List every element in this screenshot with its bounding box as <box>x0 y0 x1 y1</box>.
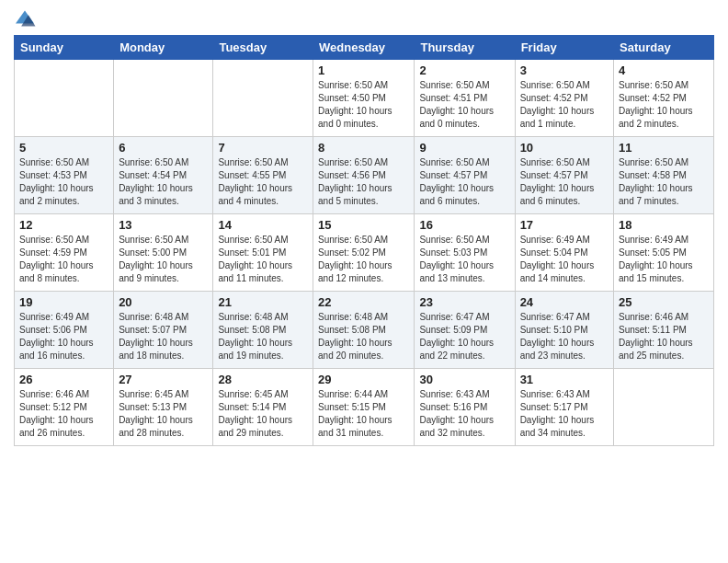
cell-content: 14Sunrise: 6:50 AM Sunset: 5:01 PM Dayli… <box>218 218 308 287</box>
weekday-header-thursday: Thursday <box>415 36 515 60</box>
day-number: 5 <box>19 141 108 155</box>
weekday-header-saturday: Saturday <box>614 36 714 60</box>
calendar-cell: 10Sunrise: 6:50 AM Sunset: 4:57 PM Dayli… <box>515 137 613 214</box>
cell-content: 22Sunrise: 6:48 AM Sunset: 5:08 PM Dayli… <box>318 295 409 364</box>
day-number: 15 <box>318 218 409 232</box>
day-number: 11 <box>619 141 709 155</box>
cell-content: 31Sunrise: 6:43 AM Sunset: 5:17 PM Dayli… <box>520 373 609 442</box>
cell-details: Sunrise: 6:50 AM Sunset: 4:54 PM Dayligh… <box>119 156 208 208</box>
day-number: 8 <box>318 141 409 155</box>
logo-icon <box>14 9 36 28</box>
calendar-cell: 31Sunrise: 6:43 AM Sunset: 5:17 PM Dayli… <box>515 369 613 446</box>
cell-details: Sunrise: 6:50 AM Sunset: 5:03 PM Dayligh… <box>419 234 509 285</box>
calendar-cell: 30Sunrise: 6:43 AM Sunset: 5:16 PM Dayli… <box>415 369 515 446</box>
calendar-cell: 19Sunrise: 6:49 AM Sunset: 5:06 PM Dayli… <box>15 292 114 369</box>
day-number: 3 <box>520 63 609 77</box>
cell-details: Sunrise: 6:43 AM Sunset: 5:16 PM Dayligh… <box>419 388 509 440</box>
cell-content: 11Sunrise: 6:50 AM Sunset: 4:58 PM Dayli… <box>619 141 709 210</box>
calendar-cell: 28Sunrise: 6:45 AM Sunset: 5:14 PM Dayli… <box>213 369 313 446</box>
cell-content: 1Sunrise: 6:50 AM Sunset: 4:50 PM Daylig… <box>318 63 409 132</box>
calendar-week-5: 26Sunrise: 6:46 AM Sunset: 5:12 PM Dayli… <box>15 369 714 446</box>
calendar-cell: 1Sunrise: 6:50 AM Sunset: 4:50 PM Daylig… <box>313 60 415 137</box>
calendar-cell: 22Sunrise: 6:48 AM Sunset: 5:08 PM Dayli… <box>313 292 415 369</box>
day-number: 21 <box>218 295 308 309</box>
cell-content: 23Sunrise: 6:47 AM Sunset: 5:09 PM Dayli… <box>419 295 509 364</box>
day-number: 7 <box>218 141 308 155</box>
calendar-cell: 4Sunrise: 6:50 AM Sunset: 4:52 PM Daylig… <box>614 60 714 137</box>
calendar-cell: 15Sunrise: 6:50 AM Sunset: 5:02 PM Dayli… <box>313 214 415 292</box>
cell-content: 26Sunrise: 6:46 AM Sunset: 5:12 PM Dayli… <box>19 373 108 442</box>
cell-details: Sunrise: 6:47 AM Sunset: 5:10 PM Dayligh… <box>520 311 609 362</box>
calendar-cell: 17Sunrise: 6:49 AM Sunset: 5:04 PM Dayli… <box>515 214 613 292</box>
calendar-cell: 5Sunrise: 6:50 AM Sunset: 4:53 PM Daylig… <box>15 137 114 214</box>
cell-content: 20Sunrise: 6:48 AM Sunset: 5:07 PM Dayli… <box>119 295 208 364</box>
cell-content: 10Sunrise: 6:50 AM Sunset: 4:57 PM Dayli… <box>520 141 609 210</box>
day-number: 23 <box>419 295 509 309</box>
cell-details: Sunrise: 6:50 AM Sunset: 4:53 PM Dayligh… <box>19 156 108 208</box>
cell-content: 16Sunrise: 6:50 AM Sunset: 5:03 PM Dayli… <box>419 218 509 287</box>
calendar-week-2: 5Sunrise: 6:50 AM Sunset: 4:53 PM Daylig… <box>15 137 714 214</box>
cell-content: 25Sunrise: 6:46 AM Sunset: 5:11 PM Dayli… <box>619 295 709 364</box>
cell-details: Sunrise: 6:49 AM Sunset: 5:06 PM Dayligh… <box>19 311 108 362</box>
calendar-cell: 8Sunrise: 6:50 AM Sunset: 4:56 PM Daylig… <box>313 137 415 214</box>
weekday-header-sunday: Sunday <box>15 36 114 60</box>
cell-content: 28Sunrise: 6:45 AM Sunset: 5:14 PM Dayli… <box>218 373 308 442</box>
cell-details: Sunrise: 6:50 AM Sunset: 4:59 PM Dayligh… <box>19 234 108 285</box>
cell-details: Sunrise: 6:49 AM Sunset: 5:04 PM Dayligh… <box>520 234 609 285</box>
calendar-cell: 3Sunrise: 6:50 AM Sunset: 4:52 PM Daylig… <box>515 60 613 137</box>
page: SundayMondayTuesdayWednesdayThursdayFrid… <box>0 0 728 563</box>
day-number: 30 <box>419 373 509 386</box>
cell-content: 12Sunrise: 6:50 AM Sunset: 4:59 PM Dayli… <box>19 218 108 287</box>
day-number: 13 <box>119 218 208 232</box>
cell-details: Sunrise: 6:50 AM Sunset: 5:02 PM Dayligh… <box>318 234 409 285</box>
cell-content: 9Sunrise: 6:50 AM Sunset: 4:57 PM Daylig… <box>419 141 509 210</box>
cell-details: Sunrise: 6:45 AM Sunset: 5:13 PM Dayligh… <box>119 388 208 440</box>
day-number: 31 <box>520 373 609 386</box>
calendar-cell: 2Sunrise: 6:50 AM Sunset: 4:51 PM Daylig… <box>415 60 515 137</box>
cell-details: Sunrise: 6:44 AM Sunset: 5:15 PM Dayligh… <box>318 388 409 440</box>
calendar-cell: 20Sunrise: 6:48 AM Sunset: 5:07 PM Dayli… <box>114 292 213 369</box>
cell-details: Sunrise: 6:48 AM Sunset: 5:08 PM Dayligh… <box>318 311 409 362</box>
weekday-header-friday: Friday <box>515 36 613 60</box>
cell-details: Sunrise: 6:47 AM Sunset: 5:09 PM Dayligh… <box>419 311 509 362</box>
day-number: 24 <box>520 295 609 309</box>
cell-details: Sunrise: 6:50 AM Sunset: 4:56 PM Dayligh… <box>318 156 409 208</box>
cell-details: Sunrise: 6:50 AM Sunset: 5:01 PM Dayligh… <box>218 234 308 285</box>
calendar-cell: 24Sunrise: 6:47 AM Sunset: 5:10 PM Dayli… <box>515 292 613 369</box>
cell-content: 27Sunrise: 6:45 AM Sunset: 5:13 PM Dayli… <box>119 373 208 442</box>
calendar-cell: 26Sunrise: 6:46 AM Sunset: 5:12 PM Dayli… <box>15 369 114 446</box>
cell-details: Sunrise: 6:50 AM Sunset: 4:52 PM Dayligh… <box>520 79 609 131</box>
calendar-cell <box>213 60 313 137</box>
header <box>14 9 714 28</box>
day-number: 25 <box>619 295 709 309</box>
cell-details: Sunrise: 6:50 AM Sunset: 5:00 PM Dayligh… <box>119 234 208 285</box>
calendar-cell <box>114 60 213 137</box>
cell-content: 4Sunrise: 6:50 AM Sunset: 4:52 PM Daylig… <box>619 63 709 132</box>
calendar-header-row: SundayMondayTuesdayWednesdayThursdayFrid… <box>15 36 714 60</box>
cell-details: Sunrise: 6:50 AM Sunset: 4:58 PM Dayligh… <box>619 156 709 208</box>
cell-content: 18Sunrise: 6:49 AM Sunset: 5:05 PM Dayli… <box>619 218 709 287</box>
cell-details: Sunrise: 6:46 AM Sunset: 5:11 PM Dayligh… <box>619 311 709 362</box>
cell-content: 2Sunrise: 6:50 AM Sunset: 4:51 PM Daylig… <box>419 63 509 132</box>
cell-details: Sunrise: 6:48 AM Sunset: 5:08 PM Dayligh… <box>218 311 308 362</box>
day-number: 29 <box>318 373 409 386</box>
cell-content: 19Sunrise: 6:49 AM Sunset: 5:06 PM Dayli… <box>19 295 108 364</box>
cell-content: 30Sunrise: 6:43 AM Sunset: 5:16 PM Dayli… <box>419 373 509 442</box>
calendar-cell: 21Sunrise: 6:48 AM Sunset: 5:08 PM Dayli… <box>213 292 313 369</box>
cell-content: 7Sunrise: 6:50 AM Sunset: 4:55 PM Daylig… <box>218 141 308 210</box>
day-number: 17 <box>520 218 609 232</box>
calendar-cell: 23Sunrise: 6:47 AM Sunset: 5:09 PM Dayli… <box>415 292 515 369</box>
cell-details: Sunrise: 6:46 AM Sunset: 5:12 PM Dayligh… <box>19 388 108 440</box>
cell-content: 5Sunrise: 6:50 AM Sunset: 4:53 PM Daylig… <box>19 141 108 210</box>
cell-details: Sunrise: 6:50 AM Sunset: 4:57 PM Dayligh… <box>419 156 509 208</box>
cell-details: Sunrise: 6:49 AM Sunset: 5:05 PM Dayligh… <box>619 234 709 285</box>
cell-content: 3Sunrise: 6:50 AM Sunset: 4:52 PM Daylig… <box>520 63 609 132</box>
cell-content: 15Sunrise: 6:50 AM Sunset: 5:02 PM Dayli… <box>318 218 409 287</box>
day-number: 14 <box>218 218 308 232</box>
calendar-cell: 18Sunrise: 6:49 AM Sunset: 5:05 PM Dayli… <box>614 214 714 292</box>
cell-details: Sunrise: 6:50 AM Sunset: 4:52 PM Dayligh… <box>619 79 709 131</box>
day-number: 26 <box>19 373 108 386</box>
day-number: 2 <box>419 63 509 77</box>
cell-content: 21Sunrise: 6:48 AM Sunset: 5:08 PM Dayli… <box>218 295 308 364</box>
cell-details: Sunrise: 6:43 AM Sunset: 5:17 PM Dayligh… <box>520 388 609 440</box>
